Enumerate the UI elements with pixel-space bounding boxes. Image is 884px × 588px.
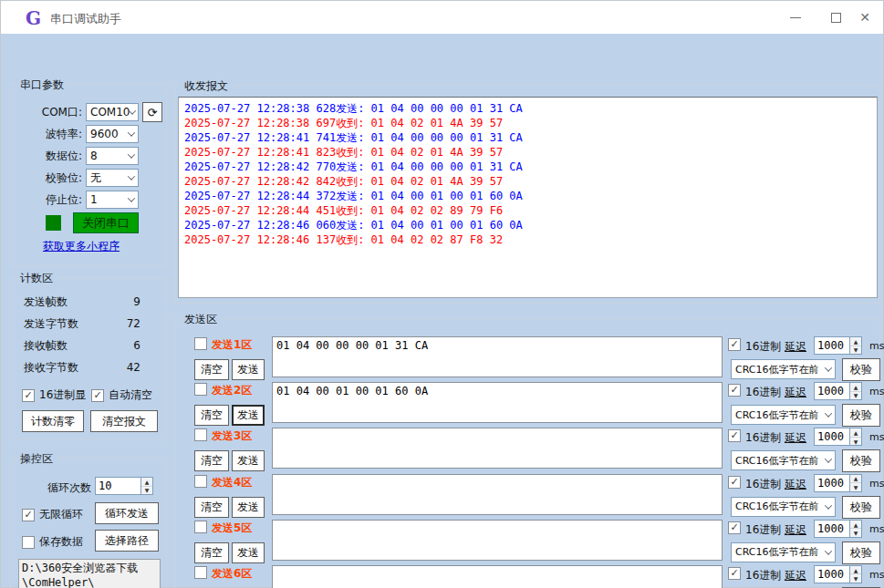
clear-button[interactable]: 清空 bbox=[194, 450, 229, 471]
send-button[interactable]: 发送 bbox=[232, 497, 265, 518]
serial-field-select[interactable]: 9600 bbox=[86, 125, 139, 143]
hex-checkbox[interactable]: ✓ bbox=[728, 384, 741, 397]
verify-button[interactable]: 校验 bbox=[842, 542, 880, 564]
send-data-input[interactable]: 01 04 00 00 00 01 31 CA bbox=[272, 336, 723, 377]
auto-clear-checkbox[interactable]: ✓ bbox=[91, 389, 104, 402]
spinner-down-icon[interactable]: ▼ bbox=[850, 529, 861, 537]
spinner-up-icon[interactable]: ▲ bbox=[850, 521, 861, 530]
delay-input[interactable] bbox=[815, 428, 848, 445]
spinner-arrows[interactable]: ▲ ▼ bbox=[849, 337, 861, 354]
spinner-up-icon[interactable]: ▲ bbox=[850, 566, 861, 575]
serial-field-select[interactable]: 1 bbox=[86, 191, 139, 209]
select-path-button[interactable]: 选择路径 bbox=[95, 530, 159, 552]
send-row-checkbox[interactable] bbox=[194, 383, 207, 396]
delay-spinner[interactable]: ▲ ▼ bbox=[814, 428, 862, 446]
spinner-up-icon[interactable]: ▲ bbox=[141, 478, 152, 487]
send-row-checkbox[interactable] bbox=[194, 521, 207, 533]
hex-display-toggle[interactable]: ✓ 16进制显 bbox=[22, 387, 86, 403]
loop-count-input[interactable] bbox=[96, 478, 140, 494]
spinner-down-icon[interactable]: ▼ bbox=[850, 483, 861, 491]
spinner-up-icon[interactable]: ▲ bbox=[850, 475, 861, 484]
reset-counters-button[interactable]: 计数清零 bbox=[22, 410, 84, 432]
hex-checkbox[interactable]: ✓ bbox=[728, 476, 741, 489]
send-button[interactable]: 发送 bbox=[232, 359, 265, 380]
spinner-up-icon[interactable]: ▲ bbox=[850, 337, 861, 346]
crc-select[interactable]: CRC16低字节在前 bbox=[731, 497, 836, 517]
crc-select[interactable]: CRC16低字节在前 bbox=[731, 405, 836, 425]
spinner-down-icon[interactable]: ▼ bbox=[850, 346, 861, 355]
send-data-input[interactable]: 01 04 00 01 00 01 60 0A bbox=[272, 382, 723, 423]
loop-count-spinner[interactable]: ▲ ▼ bbox=[95, 477, 153, 495]
serial-field-select[interactable]: 8 bbox=[86, 147, 139, 165]
spinner-arrows[interactable]: ▲ ▼ bbox=[849, 475, 861, 491]
delay-input[interactable] bbox=[815, 337, 848, 354]
verify-button[interactable]: 校验 bbox=[842, 404, 880, 427]
more-apps-link[interactable]: 获取更多小程序 bbox=[43, 239, 120, 254]
spinner-arrows[interactable]: ▲ ▼ bbox=[849, 566, 861, 583]
delay-spinner[interactable]: ▲ ▼ bbox=[814, 382, 862, 400]
spinner-down-icon[interactable]: ▼ bbox=[141, 487, 152, 495]
delay-spinner[interactable]: ▲ ▼ bbox=[814, 336, 862, 355]
save-data-toggle[interactable]: 保存数据 bbox=[22, 534, 83, 550]
send-button[interactable]: 发送 bbox=[232, 450, 265, 471]
verify-button[interactable]: 校验 bbox=[842, 496, 880, 519]
spinner-down-icon[interactable]: ▼ bbox=[850, 438, 861, 446]
serial-field-select[interactable]: COM10 bbox=[86, 103, 139, 121]
send-row-checkbox[interactable] bbox=[194, 428, 207, 441]
hex-checkbox[interactable]: ✓ bbox=[728, 521, 741, 534]
send-button[interactable]: 发送 bbox=[232, 405, 265, 426]
spinner-arrows[interactable]: ▲ ▼ bbox=[849, 521, 861, 537]
send-row-checkbox[interactable] bbox=[194, 475, 207, 488]
send-button[interactable]: 发送 bbox=[232, 542, 265, 563]
hex-checkbox[interactable]: ✓ bbox=[728, 567, 741, 580]
spinner-up-icon[interactable]: ▲ bbox=[850, 428, 861, 438]
save-path-box[interactable]: D:\360安全浏览器下载 \ComHelper\ bbox=[18, 559, 161, 588]
close-port-button[interactable]: 关闭串口 bbox=[73, 212, 139, 233]
crc-select[interactable]: CRC16低字节在前 bbox=[731, 450, 836, 470]
send-data-input[interactable] bbox=[272, 565, 723, 588]
delay-spinner[interactable]: ▲ ▼ bbox=[814, 474, 862, 492]
crc-select[interactable]: CRC16低字节在前 bbox=[731, 542, 836, 562]
verify-button[interactable]: 校验 bbox=[842, 358, 880, 381]
serial-field-select[interactable]: 无 bbox=[86, 169, 139, 187]
infinite-loop-toggle[interactable]: ✓ 无限循环 bbox=[22, 507, 83, 522]
hex-checkbox[interactable]: ✓ bbox=[728, 338, 741, 351]
clear-button[interactable]: 清空 bbox=[194, 497, 229, 518]
hex-display-checkbox[interactable]: ✓ bbox=[22, 389, 35, 402]
verify-button[interactable]: 校验 bbox=[842, 449, 880, 472]
spinner-arrows[interactable]: ▲ ▼ bbox=[849, 428, 861, 445]
send-data-input[interactable] bbox=[272, 474, 723, 515]
delay-spinner[interactable]: ▲ ▼ bbox=[814, 565, 862, 583]
crc-select[interactable]: CRC16低字节在前 bbox=[731, 359, 836, 379]
delay-input[interactable] bbox=[815, 566, 848, 583]
spinner-up-icon[interactable]: ▲ bbox=[850, 383, 861, 392]
clear-button[interactable]: 清空 bbox=[194, 405, 229, 426]
log-viewer[interactable]: 2025-07-27 12:28:38 628发送: 01 04 00 00 0… bbox=[178, 97, 878, 298]
save-data-checkbox[interactable] bbox=[22, 536, 35, 549]
spinner-arrows[interactable]: ▲ ▼ bbox=[849, 383, 861, 399]
send-row-checkbox[interactable] bbox=[194, 566, 207, 579]
spinner-down-icon[interactable]: ▼ bbox=[850, 574, 861, 583]
delay-input[interactable] bbox=[815, 521, 848, 537]
clear-button[interactable]: 清空 bbox=[194, 542, 229, 563]
delay-input[interactable] bbox=[815, 475, 848, 491]
clear-button[interactable]: 清空 bbox=[194, 359, 229, 380]
refresh-ports-button[interactable]: ⟳ bbox=[142, 102, 162, 122]
delay-spinner[interactable]: ▲ ▼ bbox=[814, 520, 862, 538]
loop-send-button[interactable]: 循环发送 bbox=[95, 502, 159, 524]
send-row-checkbox[interactable] bbox=[194, 337, 207, 350]
close-button[interactable]: ✕ bbox=[846, 1, 884, 34]
delay-input[interactable] bbox=[815, 383, 848, 399]
delay-label: 延迟 bbox=[785, 430, 806, 446]
auto-clear-toggle[interactable]: ✓ 自动清空 bbox=[91, 387, 152, 403]
send-data-input[interactable] bbox=[272, 520, 723, 561]
clear-log-button[interactable]: 清空报文 bbox=[90, 410, 158, 432]
hex-checkbox[interactable]: ✓ bbox=[728, 429, 741, 442]
spinner-down-icon[interactable]: ▼ bbox=[850, 392, 861, 400]
spinner-arrows[interactable]: ▲ ▼ bbox=[140, 478, 152, 494]
send-data-input[interactable] bbox=[272, 428, 723, 469]
log-line: 2025-07-27 12:28:44 451收到: 01 04 02 02 8… bbox=[184, 203, 877, 218]
minimize-button[interactable] bbox=[775, 1, 816, 34]
infinite-loop-checkbox[interactable]: ✓ bbox=[22, 509, 35, 521]
log-line: 2025-07-27 12:28:41 741发送: 01 04 00 00 0… bbox=[184, 130, 877, 145]
